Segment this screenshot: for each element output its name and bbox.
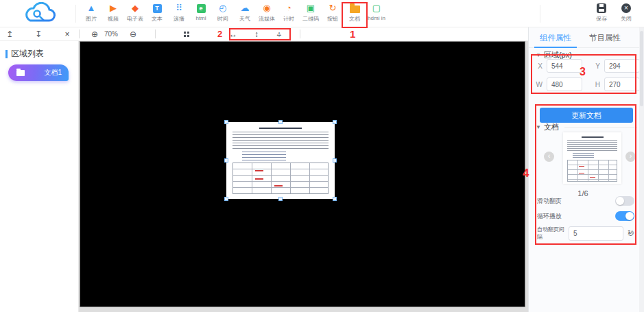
save-button[interactable]: 保存 xyxy=(589,0,614,26)
field-x: X xyxy=(536,59,582,73)
field-h: H xyxy=(593,77,640,91)
next-page-button[interactable]: › xyxy=(625,152,636,162)
interval-input[interactable] xyxy=(569,226,623,241)
y-input[interactable] xyxy=(604,59,640,73)
document-folder-icon xyxy=(350,3,360,14)
region-item-doc1[interactable]: 文档1 xyxy=(8,64,69,81)
loop-play-row: 循环播放 xyxy=(537,211,634,221)
close-icon: × xyxy=(621,3,631,14)
tool-image[interactable]: ▲图片 xyxy=(80,0,102,26)
doc-title-line xyxy=(259,128,302,129)
stretch-vertical-icon[interactable]: ↕ xyxy=(251,27,262,40)
update-document-button[interactable]: 更新文档 xyxy=(540,108,633,123)
tool-timer[interactable]: ◔计时 xyxy=(278,0,300,26)
layer-front-icon[interactable]: ↥ xyxy=(4,27,15,40)
h-input[interactable] xyxy=(604,77,640,91)
tool-html[interactable]: ehtml xyxy=(190,0,212,26)
document-section-header: ▼ 文档 xyxy=(536,122,637,132)
doc-table xyxy=(232,163,329,194)
layer-back-icon[interactable]: ↧ xyxy=(33,27,44,40)
scrollbar-thumb[interactable] xyxy=(640,31,643,106)
html-icon: e xyxy=(197,3,206,14)
collapse-arrow-icon[interactable]: ▼ xyxy=(536,124,541,130)
zoom-out-icon[interactable]: ⊖ xyxy=(128,27,139,40)
delete-region-icon[interactable]: × xyxy=(62,27,73,40)
loop-play-toggle[interactable] xyxy=(615,211,634,221)
document-region[interactable] xyxy=(226,122,335,199)
resize-handle[interactable] xyxy=(278,197,283,201)
field-w: W xyxy=(536,77,582,91)
resize-handle[interactable] xyxy=(278,120,283,124)
hdmi-in-icon: ▢ xyxy=(372,3,381,14)
stage[interactable] xyxy=(80,41,525,307)
close-button[interactable]: ×关闭 xyxy=(614,0,639,26)
timer-icon: ◔ xyxy=(286,3,291,14)
resize-handle[interactable] xyxy=(224,120,228,124)
panel-scrollbar[interactable] xyxy=(639,27,644,312)
region-list-title: 区域列表 xyxy=(5,48,44,60)
zoom-level: 70% xyxy=(104,27,118,40)
resize-handle[interactable] xyxy=(333,120,337,124)
editor-canvas xyxy=(79,41,528,312)
tool-stream[interactable]: ◉流媒体 xyxy=(256,0,278,26)
title-accent-bar xyxy=(5,50,8,58)
app-window: ▲图片 ▶视频 ◆电子表 T文本 ⠿滚播 ehtml ◴时间 ☁天气 ◉流媒体 … xyxy=(0,0,644,312)
tool-document[interactable]: 文档 xyxy=(344,0,366,26)
tool-weather[interactable]: ☁天气 xyxy=(234,0,256,26)
tool-qrcode[interactable]: ▣二维码 xyxy=(300,0,322,26)
toolbar-divider xyxy=(75,5,76,23)
swipe-page-row: 滑动翻页 xyxy=(537,196,634,206)
collapse-arrow-icon[interactable]: ▼ xyxy=(536,52,541,58)
resize-handle[interactable] xyxy=(333,197,337,201)
resize-handle[interactable] xyxy=(224,197,228,201)
qrcode-icon: ▣ xyxy=(307,3,315,14)
main-toolbar: ▲图片 ▶视频 ◆电子表 T文本 ⠿滚播 ehtml ◴时间 ☁天气 ◉流媒体 … xyxy=(0,0,644,27)
doc-list-lines xyxy=(242,152,286,160)
video-icon: ▶ xyxy=(110,3,117,14)
time-icon: ◴ xyxy=(219,3,226,14)
stretch-horizontal-icon[interactable]: ↔ xyxy=(228,27,239,40)
swipe-page-toggle[interactable] xyxy=(615,196,634,206)
doc-paragraph-lines xyxy=(232,132,329,149)
marquee-icon: ⠿ xyxy=(176,3,182,14)
region-list-panel: 区域列表 文档1 xyxy=(0,41,79,312)
prev-page-button[interactable]: ‹ xyxy=(544,152,554,162)
save-icon xyxy=(597,3,606,14)
canvas-toolbar: ↥ ↧ × ⊕ 70% ⊖ ↔ ↕ ↔↕ xyxy=(0,27,528,41)
toolbar-divider xyxy=(540,5,540,23)
stream-icon: ◉ xyxy=(263,3,270,14)
tool-video[interactable]: ▶视频 xyxy=(102,0,124,26)
tab-program-properties[interactable]: 节目属性 xyxy=(589,27,621,48)
image-icon: ▲ xyxy=(87,3,96,14)
header-actions: 保存 ×关闭 xyxy=(589,0,639,26)
digital-clock-icon: ◆ xyxy=(132,3,139,14)
document-page-preview xyxy=(563,132,621,184)
text-icon: T xyxy=(153,3,162,14)
zoom-in-icon[interactable]: ⊕ xyxy=(89,27,100,40)
folder-icon xyxy=(16,70,25,76)
tool-time[interactable]: ◴时间 xyxy=(212,0,234,26)
field-y: Y xyxy=(593,59,640,73)
toolbar-divider xyxy=(300,29,300,38)
tool-marquee[interactable]: ⠿滚播 xyxy=(168,0,190,26)
resize-handle[interactable] xyxy=(333,158,337,163)
tool-digital-clock[interactable]: ◆电子表 xyxy=(124,0,146,26)
weather-icon: ☁ xyxy=(241,3,250,14)
tab-component-properties[interactable]: 组件属性 xyxy=(540,27,571,48)
tool-text[interactable]: T文本 xyxy=(146,0,168,26)
panel-tabs: 组件属性 节目属性 xyxy=(529,27,644,48)
fit-screen-icon[interactable] xyxy=(181,27,192,40)
toolbar-divider xyxy=(155,29,156,38)
active-tab-underline xyxy=(534,47,577,48)
x-input[interactable] xyxy=(547,59,582,73)
resize-handle[interactable] xyxy=(224,158,228,163)
move-center-icon[interactable]: ↔↕ xyxy=(274,27,285,40)
tool-hdmi-in[interactable]: ▢hdmi in xyxy=(366,0,387,26)
properties-panel: 组件属性 节目属性 ▼ 区域(px) X Y W H ▼ 文档 xyxy=(528,27,644,312)
interval-unit: 秒 xyxy=(628,229,634,238)
app-logo xyxy=(21,2,58,25)
tool-button[interactable]: ↻按钮 xyxy=(322,0,344,26)
toolbar-divider xyxy=(79,29,80,38)
button-icon: ↻ xyxy=(329,3,337,14)
w-input[interactable] xyxy=(547,77,582,91)
